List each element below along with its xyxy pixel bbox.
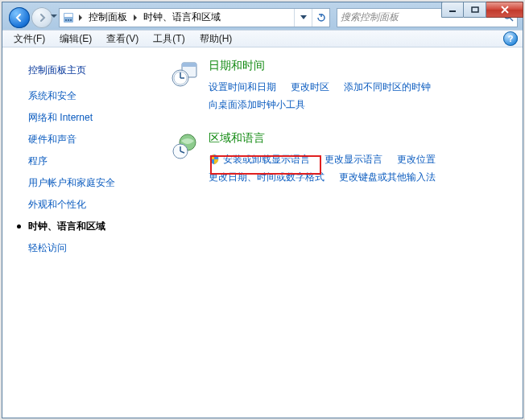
link-label: 更改显示语言 [325,150,382,168]
address-dropdown-button[interactable] [294,9,312,27]
section-link[interactable]: 更改键盘或其他输入法 [339,168,436,186]
section-link[interactable]: 设置时间和日期 [209,78,276,96]
sidebar-item[interactable]: 网络和 Internet [2,107,163,129]
section: 区域和语言安装或卸载显示语言更改显示语言更改位置更改日期、时间或数字格式更改键盘… [172,131,506,186]
link-label: 更改位置 [397,150,436,168]
menu-edit[interactable]: 编辑(E) [53,31,98,47]
menu-view[interactable]: 查看(V) [100,31,145,47]
back-button[interactable] [9,7,30,28]
svg-point-6 [70,19,72,21]
sidebar-item[interactable]: 程序 [2,150,163,172]
link-label: 更改日期、时间或数字格式 [209,168,325,186]
section: 日期和时间设置时间和日期更改时区添加不同时区的时钟向桌面添加时钟小工具 [172,59,506,113]
content-pane: 日期和时间设置时间和日期更改时区添加不同时区的时钟向桌面添加时钟小工具区域和语言… [163,47,523,418]
sidebar-item[interactable]: 硬件和声音 [2,129,163,150]
window-frame: 控制面板 时钟、语言和区域 搜索控制面板 文件(F) 编辑(E) 查看(V) 工… [2,2,523,418]
sidebar: 控制面板主页 系统和安全网络和 Internet硬件和声音程序用户帐户和家庭安全… [2,47,163,418]
svg-line-8 [510,18,513,21]
svg-point-4 [65,19,67,21]
section-link[interactable]: 更改显示语言 [325,150,382,168]
link-label: 安装或卸载显示语言 [223,150,310,168]
refresh-button[interactable] [312,9,329,27]
svg-rect-10 [182,63,196,67]
menu-bar: 文件(F) 编辑(E) 查看(V) 工具(T) 帮助(H) ? [2,30,523,47]
sidebar-item[interactable]: 轻松访问 [2,237,163,259]
address-bar[interactable]: 控制面板 时钟、语言和区域 [59,8,330,27]
link-label: 向桌面添加时钟小工具 [209,96,305,113]
svg-point-5 [68,19,69,21]
breadcrumb-item[interactable]: 时钟、语言和区域 [138,10,225,24]
svg-rect-1 [472,7,478,12]
minimize-button[interactable] [441,2,464,18]
svg-rect-0 [449,10,456,12]
sidebar-item[interactable]: 用户帐户和家庭安全 [2,172,163,194]
globe-clock-icon [172,131,199,186]
section-link[interactable]: 更改日期、时间或数字格式 [209,168,325,186]
sidebar-item[interactable]: 时钟、语言和区域 [2,216,163,237]
breadcrumb-item[interactable]: 控制面板 [84,10,132,24]
breadcrumb-separator-icon [134,14,137,21]
clock-calendar-icon [172,59,199,113]
section-link[interactable]: 更改位置 [397,150,436,168]
help-icon[interactable]: ? [503,31,518,46]
breadcrumb-separator-icon [79,14,82,21]
body: 控制面板主页 系统和安全网络和 Internet硬件和声音程序用户帐户和家庭安全… [2,47,523,418]
svg-rect-3 [64,14,72,17]
window-controls [441,2,523,18]
link-label: 更改键盘或其他输入法 [339,168,436,186]
section-link[interactable]: 向桌面添加时钟小工具 [209,96,305,113]
link-label: 添加不同时区的时钟 [344,78,431,96]
section-title[interactable]: 日期和时间 [209,59,506,73]
link-label: 设置时间和日期 [209,78,276,96]
section-link[interactable]: 安装或卸载显示语言 [209,150,310,168]
sidebar-title[interactable]: 控制面板主页 [2,60,163,85]
maximize-button[interactable] [464,2,486,18]
menu-file[interactable]: 文件(F) [7,31,52,47]
link-label: 更改时区 [291,78,329,96]
menu-help[interactable]: 帮助(H) [193,31,239,47]
sidebar-item[interactable]: 系统和安全 [2,85,163,107]
control-panel-icon [60,11,77,24]
menu-tools[interactable]: 工具(T) [147,31,191,47]
history-dropdown-icon[interactable] [51,14,57,18]
section-link[interactable]: 添加不同时区的时钟 [344,78,431,96]
sidebar-item[interactable]: 外观和个性化 [2,194,163,216]
forward-button[interactable] [31,7,52,28]
section-link[interactable]: 更改时区 [291,78,329,96]
close-button[interactable] [486,2,523,18]
section-title[interactable]: 区域和语言 [209,131,506,146]
nav-arrows [9,6,56,29]
